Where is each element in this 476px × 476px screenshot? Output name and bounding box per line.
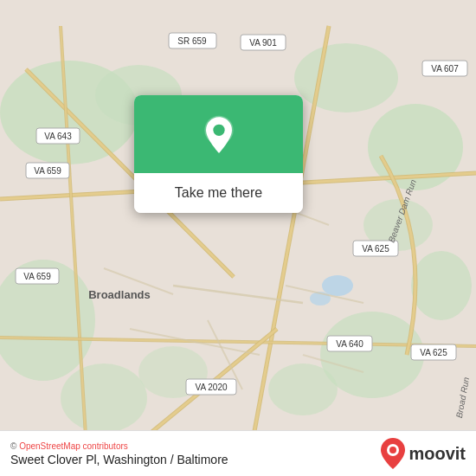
svg-text:VA 607: VA 607 — [431, 64, 459, 74]
moovit-logo: moovit — [381, 438, 466, 469]
attribution-prefix: © — [10, 441, 19, 451]
attribution: © OpenStreetMap contributors — [10, 441, 228, 451]
moovit-pin-icon — [381, 438, 405, 469]
location-label: Sweet Clover Pl, Washington / Baltimore — [10, 453, 228, 466]
svg-text:SR 659: SR 659 — [177, 36, 207, 46]
attribution-link[interactable]: OpenStreetMap contributors — [19, 441, 128, 451]
svg-text:Broadlands: Broadlands — [88, 288, 151, 301]
popup-green-area — [134, 95, 303, 173]
bottom-left-info: © OpenStreetMap contributors Sweet Clove… — [10, 441, 228, 466]
popup-card: Take me there — [134, 95, 303, 213]
svg-text:VA 659: VA 659 — [23, 272, 51, 281]
take-me-there-button[interactable]: Take me there — [134, 173, 303, 213]
svg-text:VA 659: VA 659 — [34, 166, 61, 176]
svg-point-6 — [411, 251, 472, 320]
svg-point-8 — [268, 363, 338, 415]
svg-text:VA 643: VA 643 — [44, 132, 72, 141]
svg-point-58 — [213, 125, 224, 136]
svg-text:VA 901: VA 901 — [249, 38, 277, 48]
svg-text:VA 625: VA 625 — [420, 348, 447, 357]
location-pin-icon — [197, 114, 241, 158]
svg-text:VA 625: VA 625 — [362, 244, 389, 254]
map-container: SR 659 VA 659 VA 643 VA 659 VA 901 VA 60… — [0, 0, 476, 476]
svg-point-10 — [61, 363, 147, 433]
svg-text:VA 2020: VA 2020 — [195, 383, 228, 392]
svg-point-3 — [294, 43, 398, 113]
svg-point-12 — [322, 275, 353, 296]
moovit-text: moovit — [408, 444, 466, 464]
map-background: SR 659 VA 659 VA 643 VA 659 VA 901 VA 60… — [0, 0, 476, 476]
svg-point-60 — [389, 447, 396, 453]
bottom-bar: © OpenStreetMap contributors Sweet Clove… — [0, 430, 476, 476]
svg-text:VA 640: VA 640 — [336, 339, 363, 349]
